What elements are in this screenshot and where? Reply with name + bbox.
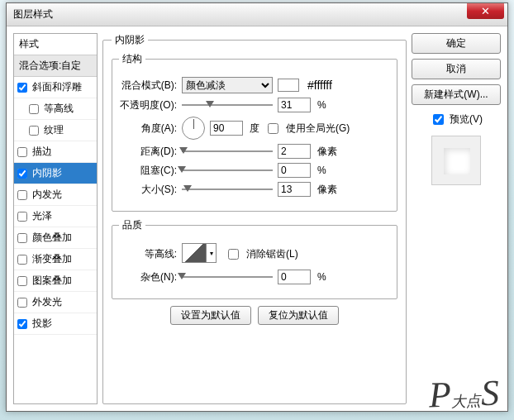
noise-input[interactable] bbox=[278, 270, 311, 284]
row-blend-mode: 混合模式(B): 颜色减淡 #ffffff bbox=[119, 77, 390, 93]
distance-label: 距离(D): bbox=[119, 145, 177, 159]
antialias-label: 消除锯齿(L) bbox=[246, 247, 298, 261]
dialog-content: 样式 混合选项:自定 斜面和浮雕 等高线 纹理 描边 内阴影 bbox=[7, 26, 507, 411]
size-label: 大小(S): bbox=[119, 183, 177, 197]
chevron-down-icon: ▾ bbox=[207, 243, 217, 263]
contour-picker[interactable]: ▾ bbox=[182, 243, 217, 265]
size-unit: 像素 bbox=[317, 183, 337, 197]
titlebar: 图层样式 ✕ bbox=[7, 3, 507, 26]
row-contour: 等高线: ▾ 消除锯齿(L) bbox=[119, 243, 390, 265]
window-title: 图层样式 bbox=[13, 7, 53, 21]
row-size: 大小(S): 像素 bbox=[119, 182, 390, 197]
sidebar-item-color-overlay[interactable]: 颜色叠加 bbox=[14, 227, 97, 249]
sidebar-item-label: 渐变叠加 bbox=[32, 252, 72, 266]
structure-legend: 结构 bbox=[119, 52, 145, 66]
sidebar-item-pattern-overlay[interactable]: 图案叠加 bbox=[14, 270, 97, 292]
preview-label: 预览(V) bbox=[450, 112, 483, 126]
checkbox-color-overlay[interactable] bbox=[17, 233, 27, 243]
row-noise: 杂色(N): % bbox=[119, 270, 390, 284]
size-slider[interactable] bbox=[182, 184, 273, 195]
structure-fieldset: 结构 混合模式(B): 颜色减淡 #ffffff 不透明度(O): bbox=[112, 52, 397, 212]
noise-slider[interactable] bbox=[182, 271, 273, 283]
sidebar-item-inner-glow[interactable]: 内发光 bbox=[14, 184, 97, 206]
sidebar-item-inner-shadow[interactable]: 内阴影 bbox=[14, 163, 97, 184]
new-style-button[interactable]: 新建样式(W)... bbox=[412, 84, 501, 105]
opacity-input[interactable] bbox=[278, 98, 311, 112]
sidebar-item-bevel[interactable]: 斜面和浮雕 bbox=[14, 77, 97, 98]
blend-mode-select[interactable]: 颜色减淡 bbox=[182, 77, 273, 93]
preview-checkbox[interactable] bbox=[433, 114, 444, 125]
choke-label: 阻塞(C): bbox=[119, 164, 177, 178]
contour-label: 等高线: bbox=[119, 247, 177, 261]
styles-sidebar: 样式 混合选项:自定 斜面和浮雕 等高线 纹理 描边 内阴影 bbox=[13, 33, 98, 404]
noise-unit: % bbox=[317, 271, 326, 283]
row-opacity: 不透明度(O): % bbox=[119, 98, 390, 112]
angle-input[interactable] bbox=[210, 121, 243, 136]
distance-input[interactable] bbox=[278, 144, 311, 159]
row-choke: 阻塞(C): % bbox=[119, 163, 390, 178]
ok-button[interactable]: 确定 bbox=[412, 33, 501, 54]
checkbox-contour[interactable] bbox=[29, 104, 39, 114]
reset-default-button[interactable]: 复位为默认值 bbox=[258, 306, 339, 325]
row-angle: 角度(A): 度 使用全局光(G) bbox=[119, 117, 390, 140]
checkbox-texture[interactable] bbox=[29, 126, 39, 136]
global-light-label: 使用全局光(G) bbox=[286, 122, 350, 136]
checkbox-pattern-overlay[interactable] bbox=[17, 276, 27, 286]
sidebar-item-outer-glow[interactable]: 外发光 bbox=[14, 292, 97, 313]
checkbox-inner-shadow[interactable] bbox=[17, 169, 27, 179]
choke-input[interactable] bbox=[278, 163, 311, 178]
sidebar-item-drop-shadow[interactable]: 投影 bbox=[14, 313, 97, 335]
size-input[interactable] bbox=[278, 182, 311, 197]
checkbox-inner-glow[interactable] bbox=[17, 190, 27, 200]
checkbox-gradient-overlay[interactable] bbox=[17, 255, 27, 265]
close-button[interactable]: ✕ bbox=[467, 3, 504, 19]
antialias-checkbox[interactable] bbox=[228, 249, 239, 260]
sidebar-item-label: 投影 bbox=[32, 317, 52, 331]
sidebar-item-texture[interactable]: 纹理 bbox=[14, 120, 97, 141]
close-icon: ✕ bbox=[481, 5, 490, 17]
checkbox-bevel[interactable] bbox=[17, 83, 27, 93]
sidebar-item-label: 描边 bbox=[32, 145, 52, 159]
opacity-unit: % bbox=[317, 99, 326, 111]
color-swatch[interactable] bbox=[278, 79, 299, 92]
inner-shadow-fieldset: 内阴影 结构 混合模式(B): 颜色减淡 #ffffff 不透明度(O): bbox=[102, 33, 407, 404]
checkbox-stroke[interactable] bbox=[17, 147, 27, 157]
quality-fieldset: 品质 等高线: ▾ 消除锯齿(L) 杂色(N): bbox=[112, 218, 397, 299]
sidebar-item-stroke[interactable]: 描边 bbox=[14, 141, 97, 163]
preview-check-row: 预览(V) bbox=[412, 112, 501, 127]
checkbox-satin[interactable] bbox=[17, 212, 27, 222]
right-column: 确定 取消 新建样式(W)... 预览(V) bbox=[412, 33, 501, 404]
row-distance: 距离(D): 像素 bbox=[119, 144, 390, 159]
choke-slider[interactable] bbox=[182, 165, 273, 176]
sidebar-item-label: 内发光 bbox=[32, 188, 62, 202]
sidebar-item-contour[interactable]: 等高线 bbox=[14, 98, 97, 120]
sidebar-header[interactable]: 样式 bbox=[14, 34, 97, 55]
panel-title: 内阴影 bbox=[112, 33, 148, 47]
hex-value: #ffffff bbox=[307, 79, 332, 92]
opacity-slider[interactable] bbox=[182, 99, 273, 111]
global-light-checkbox[interactable] bbox=[268, 123, 278, 134]
defaults-row: 设置为默认值 复位为默认值 bbox=[112, 306, 397, 325]
checkbox-drop-shadow[interactable] bbox=[17, 319, 27, 329]
sidebar-item-label: 颜色叠加 bbox=[32, 231, 72, 245]
opacity-label: 不透明度(O): bbox=[119, 98, 177, 112]
dialog-window: 图层样式 ✕ 样式 混合选项:自定 斜面和浮雕 等高线 纹理 描边 bbox=[6, 2, 508, 412]
sidebar-item-label: 图案叠加 bbox=[32, 274, 72, 288]
contour-swatch-icon bbox=[182, 243, 207, 263]
main-panel: 内阴影 结构 混合模式(B): 颜色减淡 #ffffff 不透明度(O): bbox=[102, 33, 407, 404]
cancel-button[interactable]: 取消 bbox=[412, 59, 501, 79]
distance-slider[interactable] bbox=[182, 146, 273, 157]
checkbox-outer-glow[interactable] bbox=[17, 298, 27, 308]
sidebar-item-label: 纹理 bbox=[44, 123, 64, 137]
blend-mode-label: 混合模式(B): bbox=[119, 79, 177, 93]
sidebar-item-label: 内阴影 bbox=[32, 166, 62, 180]
sidebar-item-gradient-overlay[interactable]: 渐变叠加 bbox=[14, 249, 97, 270]
sidebar-blend-options[interactable]: 混合选项:自定 bbox=[14, 55, 97, 77]
make-default-button[interactable]: 设置为默认值 bbox=[170, 306, 251, 325]
sidebar-item-satin[interactable]: 光泽 bbox=[14, 206, 97, 227]
angle-dial[interactable] bbox=[182, 117, 205, 140]
noise-label: 杂色(N): bbox=[119, 270, 177, 284]
preview-thumbnail bbox=[431, 136, 481, 185]
quality-legend: 品质 bbox=[119, 218, 145, 232]
sidebar-item-label: 光泽 bbox=[32, 209, 52, 223]
